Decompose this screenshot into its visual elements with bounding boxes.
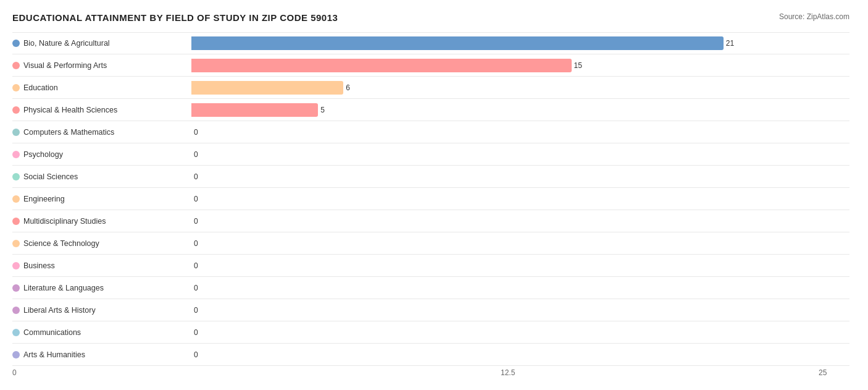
bar-value-label: 0 — [194, 348, 198, 362]
bar-color-dot — [12, 240, 20, 247]
bar-fill — [191, 59, 572, 72]
bar-container: 0 — [191, 232, 849, 254]
bar-label-area: Business — [12, 261, 191, 270]
bar-row: Liberal Arts & History0 — [12, 299, 849, 321]
bar-label-area: Engineering — [12, 195, 191, 203]
bar-label-text: Education — [23, 83, 58, 92]
bar-color-dot — [12, 62, 20, 69]
source-label: Source: ZipAtlas.com — [779, 12, 849, 21]
bar-row: Bio, Nature & Agricultural21 — [12, 32, 849, 54]
bar-row: Social Sciences0 — [12, 166, 849, 188]
bar-label-text: Psychology — [23, 150, 63, 159]
bar-label-area: Multidisciplinary Studies — [12, 217, 191, 226]
bar-value-label: 0 — [194, 303, 198, 317]
chart-title: EDUCATIONAL ATTAINMENT BY FIELD OF STUDY… — [12, 12, 338, 23]
bar-label-area: Computers & Mathematics — [12, 128, 191, 137]
bar-row: Physical & Health Sciences5 — [12, 99, 849, 121]
bar-value-label: 0 — [194, 125, 198, 139]
bar-row: Visual & Performing Arts15 — [12, 54, 849, 77]
bar-container: 0 — [191, 143, 849, 165]
bar-color-dot — [12, 151, 20, 158]
bar-label-area: Visual & Performing Arts — [12, 61, 191, 70]
bar-label-area: Arts & Humanities — [12, 350, 191, 359]
bar-container: 21 — [191, 33, 849, 54]
x-tick-label: 25 — [819, 368, 827, 377]
bar-label-text: Multidisciplinary Studies — [23, 217, 106, 226]
x-tick-label: 0 — [12, 368, 17, 377]
bar-container: 0 — [191, 188, 849, 210]
bar-label-area: Literature & Languages — [12, 284, 191, 292]
bar-container: 0 — [191, 121, 849, 143]
bar-row: Computers & Mathematics0 — [12, 121, 849, 143]
bar-row: Business0 — [12, 255, 849, 277]
bar-label-text: Computers & Mathematics — [23, 128, 114, 137]
bar-color-dot — [12, 106, 20, 114]
bar-color-dot — [12, 40, 20, 47]
bar-container: 0 — [191, 210, 849, 232]
bar-color-dot — [12, 218, 20, 225]
bar-label-text: Arts & Humanities — [23, 350, 85, 359]
bar-color-dot — [12, 329, 20, 336]
bar-value-label: 6 — [346, 81, 350, 95]
bar-value-label: 5 — [320, 103, 325, 117]
bar-label-text: Liberal Arts & History — [23, 306, 96, 315]
bar-row: Science & Technology0 — [12, 232, 849, 255]
chart-wrapper: Bio, Nature & Agricultural21Visual & Per… — [12, 32, 849, 368]
bar-value-label: 0 — [194, 148, 198, 161]
bar-label-text: Communications — [23, 328, 81, 337]
bar-label-area: Communications — [12, 328, 191, 337]
bar-container: 0 — [191, 166, 849, 187]
bar-label-text: Literature & Languages — [23, 284, 104, 292]
bar-label-area: Liberal Arts & History — [12, 306, 191, 315]
bar-color-dot — [12, 129, 20, 136]
bar-value-label: 0 — [194, 259, 198, 273]
bar-color-dot — [12, 262, 20, 269]
bar-row: Engineering0 — [12, 188, 849, 210]
bar-label-area: Physical & Health Sciences — [12, 106, 191, 114]
bar-row: Arts & Humanities0 — [12, 344, 849, 366]
bar-label-area: Social Sciences — [12, 172, 191, 181]
bar-fill — [191, 81, 343, 95]
bar-color-dot — [12, 84, 20, 91]
bar-container: 6 — [191, 77, 849, 98]
bar-row: Psychology0 — [12, 143, 849, 166]
bar-color-dot — [12, 195, 20, 203]
bar-fill — [191, 103, 318, 117]
bar-value-label: 0 — [194, 281, 198, 295]
bar-color-dot — [12, 173, 20, 180]
page-container: EDUCATIONAL ATTAINMENT BY FIELD OF STUDY… — [12, 12, 849, 368]
bar-value-label: 0 — [194, 237, 198, 250]
bar-label-text: Bio, Nature & Agricultural — [23, 39, 110, 48]
bar-label-text: Science & Technology — [23, 239, 99, 248]
bar-label-text: Engineering — [23, 195, 65, 203]
bar-color-dot — [12, 307, 20, 314]
bar-label-area: Psychology — [12, 150, 191, 159]
bar-label-text: Physical & Health Sciences — [23, 106, 117, 114]
bar-label-area: Bio, Nature & Agricultural — [12, 39, 191, 48]
bar-label-area: Science & Technology — [12, 239, 191, 248]
bar-value-label: 21 — [726, 36, 734, 50]
bar-row: Education6 — [12, 77, 849, 99]
bar-label-area: Education — [12, 83, 191, 92]
bar-row: Literature & Languages0 — [12, 277, 849, 299]
bar-value-label: 0 — [194, 192, 198, 206]
bar-value-label: 0 — [194, 214, 198, 228]
bar-container: 0 — [191, 344, 849, 365]
chart-area: Bio, Nature & Agricultural21Visual & Per… — [12, 32, 849, 366]
bar-color-dot — [12, 351, 20, 358]
bar-container: 0 — [191, 321, 849, 343]
bar-container: 5 — [191, 99, 849, 121]
bar-row: Communications0 — [12, 321, 849, 344]
bar-label-text: Business — [23, 261, 55, 270]
bar-label-text: Visual & Performing Arts — [23, 61, 107, 70]
bar-value-label: 0 — [194, 170, 198, 184]
bar-value-label: 0 — [194, 326, 198, 339]
bar-value-label: 15 — [574, 59, 582, 72]
bar-label-text: Social Sciences — [23, 172, 78, 181]
bar-container: 0 — [191, 277, 849, 299]
bar-container: 15 — [191, 54, 849, 76]
bar-fill — [191, 36, 724, 50]
bar-color-dot — [12, 284, 20, 292]
bar-container: 0 — [191, 299, 849, 321]
x-tick-label: 12.5 — [501, 368, 515, 377]
